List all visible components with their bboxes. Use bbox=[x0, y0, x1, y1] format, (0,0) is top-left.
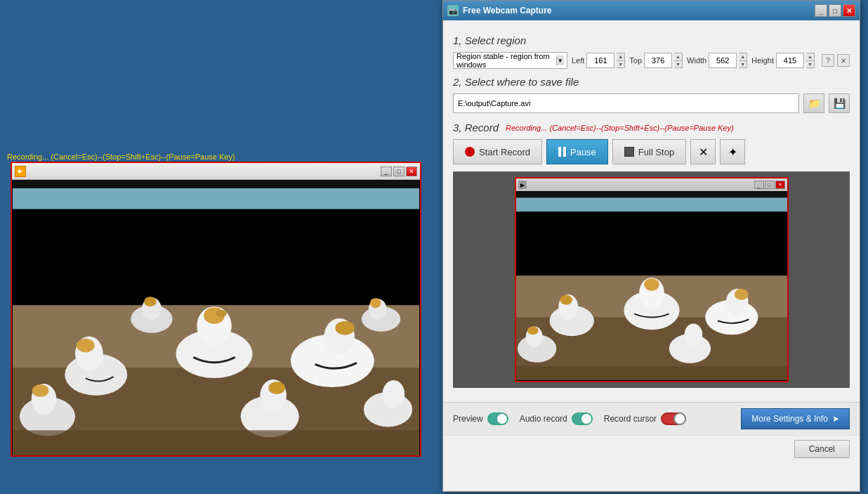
cancel-button[interactable]: Cancel bbox=[794, 440, 850, 458]
pause-bar-2 bbox=[563, 147, 566, 157]
audio-toggle-group: Audio record bbox=[520, 412, 593, 425]
webcam-minimize-button[interactable]: _ bbox=[381, 167, 392, 176]
save-file-button[interactable]: 💾 bbox=[829, 93, 850, 113]
audio-toggle-knob bbox=[581, 414, 591, 424]
width-label: Width bbox=[687, 56, 706, 65]
cursor-toggle[interactable] bbox=[661, 412, 686, 425]
more-settings-label: More Settings & Info bbox=[751, 414, 828, 424]
dialog-title: Free Webcam Capture bbox=[463, 6, 552, 15]
preview-window: ▶ _ □ ✕ bbox=[515, 177, 789, 382]
pause-icon bbox=[558, 147, 566, 157]
dialog-close-button[interactable]: ✕ bbox=[843, 4, 855, 17]
audio-label: Audio record bbox=[520, 414, 567, 424]
height-spinner-down[interactable]: ▼ bbox=[806, 61, 814, 68]
preview-titlebar: ▶ _ □ ✕ bbox=[516, 178, 787, 191]
record-buttons-row: Start Record Pause Full Stop ✕ ✦ bbox=[453, 139, 850, 164]
top-coord-group: Top 376 ▲ ▼ bbox=[629, 53, 683, 68]
cursor-toggle-knob bbox=[673, 412, 686, 425]
region-row: Region stable - region from windows ▼ Le… bbox=[453, 52, 850, 69]
region-dropdown[interactable]: Region stable - region from windows ▼ bbox=[453, 52, 567, 69]
dialog-minimize-button[interactable]: _ bbox=[815, 4, 827, 17]
width-coord-group: Width 562 ▲ ▼ bbox=[687, 53, 747, 68]
more-settings-button[interactable]: More Settings & Info ➤ bbox=[741, 408, 850, 429]
brightness-button[interactable]: ✦ bbox=[720, 139, 745, 164]
left-coord-group: Left 161 ▲ ▼ bbox=[572, 53, 625, 68]
svg-point-37 bbox=[644, 278, 659, 291]
preview-toggle-group: Preview bbox=[453, 412, 508, 425]
help-button[interactable]: ? bbox=[822, 54, 834, 67]
webcam-window: ▶ _ □ ✕ bbox=[11, 162, 421, 457]
browse-folder-button[interactable]: 📁 bbox=[803, 93, 824, 113]
record-dot-icon bbox=[465, 147, 475, 157]
webcam-close-button[interactable]: ✕ bbox=[406, 167, 417, 176]
webcam-window-controls[interactable]: _ □ ✕ bbox=[381, 167, 417, 176]
stop-square-icon bbox=[624, 147, 634, 157]
save-file-row: E:\output\Capture.avi 📁 💾 bbox=[453, 93, 850, 113]
left-spinner-down[interactable]: ▼ bbox=[617, 61, 624, 68]
svg-point-40 bbox=[560, 295, 572, 305]
height-label: Height bbox=[751, 56, 774, 65]
audio-toggle[interactable] bbox=[572, 412, 593, 425]
preview-titlebar-controls[interactable]: _ □ ✕ bbox=[754, 181, 785, 189]
height-spinner-up[interactable]: ▲ bbox=[806, 53, 814, 61]
svg-rect-1 bbox=[13, 180, 419, 188]
full-stop-label: Full Stop bbox=[638, 147, 674, 157]
preview-close-button[interactable]: ✕ bbox=[775, 181, 785, 189]
preview-toggle[interactable] bbox=[487, 412, 508, 425]
webcam-maximize-button[interactable]: □ bbox=[393, 167, 405, 176]
svg-rect-29 bbox=[13, 430, 419, 455]
full-stop-button[interactable]: Full Stop bbox=[612, 139, 686, 164]
recording-status-bar: Recording... (Cancel=Esc)--(Stop=Shift+E… bbox=[7, 152, 235, 161]
start-record-button[interactable]: Start Record bbox=[453, 139, 542, 164]
more-settings-icon: ➤ bbox=[832, 414, 839, 424]
play-icon: ▶ bbox=[15, 166, 26, 177]
top-input[interactable]: 376 bbox=[644, 53, 672, 68]
recording-status-dialog: Recording... (Cancel=Esc)--(Stop=Shift+E… bbox=[506, 124, 734, 132]
left-spinner-up[interactable]: ▲ bbox=[617, 53, 624, 61]
width-spinner[interactable]: ▲ ▼ bbox=[739, 53, 747, 68]
svg-rect-32 bbox=[516, 197, 787, 212]
svg-point-17 bbox=[32, 384, 49, 397]
top-label: Top bbox=[629, 56, 642, 65]
left-label: Left bbox=[572, 56, 584, 65]
cursor-toggle-group: Record cursor bbox=[604, 412, 686, 425]
preview-minimize-button[interactable]: _ bbox=[754, 181, 764, 189]
region-dropdown-value: Region stable - region from windows bbox=[456, 52, 556, 69]
svg-rect-49 bbox=[516, 366, 787, 380]
preview-area: ▶ _ □ ✕ bbox=[453, 171, 850, 388]
dialog-title-icon: 📷 bbox=[447, 5, 459, 16]
section3-row: 3, Record Recording... (Cancel=Esc)--(St… bbox=[453, 122, 850, 134]
left-spinner[interactable]: ▲ ▼ bbox=[617, 53, 625, 68]
preview-maximize-button[interactable]: □ bbox=[765, 181, 775, 189]
dialog-titlebar: 📷 Free Webcam Capture _ □ ✕ bbox=[443, 1, 860, 20]
svg-point-28 bbox=[370, 298, 381, 308]
top-spinner[interactable]: ▲ ▼ bbox=[674, 53, 683, 68]
preview-title-icon: ▶ bbox=[518, 181, 527, 189]
section2-header: 2, Select where to save file bbox=[453, 76, 850, 88]
height-input[interactable]: 415 bbox=[776, 53, 804, 68]
top-spinner-down[interactable]: ▼ bbox=[674, 61, 682, 68]
preview-video-content bbox=[516, 191, 787, 381]
dialog-titlebar-controls[interactable]: _ □ ✕ bbox=[815, 4, 855, 17]
save-path-input[interactable]: E:\output\Capture.avi bbox=[453, 93, 799, 113]
preview-label: Preview bbox=[453, 414, 483, 424]
width-spinner-up[interactable]: ▲ bbox=[739, 53, 747, 61]
section3-header: 3, Record bbox=[453, 122, 499, 134]
svg-point-46 bbox=[527, 326, 538, 334]
svg-point-25 bbox=[144, 297, 157, 306]
svg-point-11 bbox=[77, 339, 95, 353]
left-input[interactable]: 161 bbox=[586, 53, 614, 68]
pause-button[interactable]: Pause bbox=[546, 139, 608, 164]
width-spinner-down[interactable]: ▼ bbox=[739, 61, 747, 68]
cursor-label: Record cursor bbox=[604, 414, 657, 424]
top-spinner-up[interactable]: ▲ bbox=[674, 53, 682, 61]
dialog-maximize-button[interactable]: □ bbox=[829, 4, 841, 17]
dismiss-button[interactable]: ✕ bbox=[690, 139, 716, 164]
svg-rect-2 bbox=[13, 188, 419, 209]
webcam-video-content bbox=[12, 180, 420, 455]
width-input[interactable]: 562 bbox=[709, 53, 737, 68]
height-spinner[interactable]: ▲ ▼ bbox=[806, 53, 815, 68]
dialog-footer: Cancel bbox=[443, 435, 860, 462]
preview-toggle-knob bbox=[497, 414, 507, 424]
region-close-icon[interactable]: ✕ bbox=[837, 54, 850, 67]
